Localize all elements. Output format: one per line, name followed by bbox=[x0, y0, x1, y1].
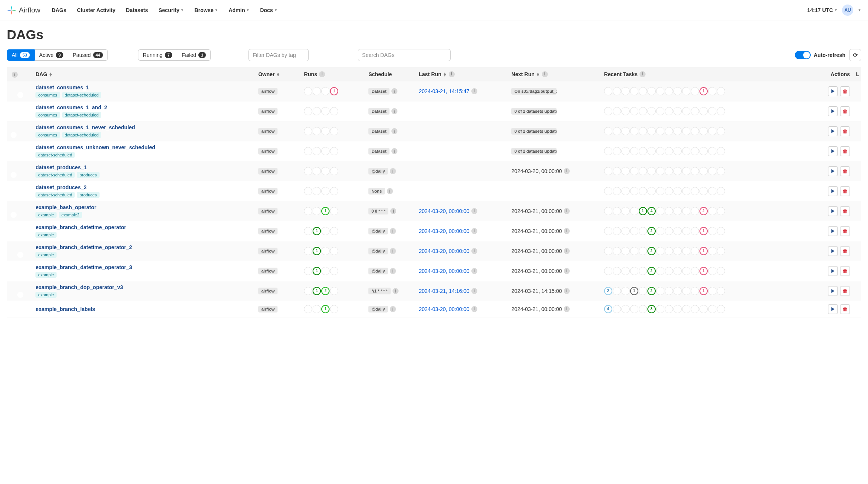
status-circle[interactable] bbox=[647, 187, 656, 195]
last-run-ts[interactable]: 2024-03-21, 14:16:00 bbox=[419, 288, 469, 294]
status-circle[interactable] bbox=[630, 305, 638, 313]
info-icon[interactable]: i bbox=[564, 228, 570, 234]
status-circle[interactable] bbox=[656, 305, 664, 313]
status-circle[interactable]: 3 bbox=[647, 305, 656, 313]
status-circle[interactable] bbox=[691, 87, 699, 95]
clock[interactable]: 14:17 UTC ▼ bbox=[807, 7, 837, 13]
search-input[interactable] bbox=[358, 49, 451, 61]
status-circle[interactable] bbox=[613, 107, 621, 115]
status-circle[interactable] bbox=[621, 107, 630, 115]
dag-link[interactable]: dataset_produces_2 bbox=[35, 184, 86, 190]
status-circle[interactable] bbox=[717, 147, 725, 155]
status-circle[interactable] bbox=[621, 187, 630, 195]
status-circle[interactable] bbox=[673, 87, 682, 95]
tag[interactable]: example bbox=[35, 272, 57, 278]
info-icon[interactable]: i bbox=[390, 306, 396, 312]
status-circle[interactable] bbox=[313, 187, 321, 195]
delete-button[interactable]: 🗑 bbox=[840, 304, 850, 314]
status-circle[interactable] bbox=[691, 107, 699, 115]
dag-link[interactable]: example_branch_datetime_operator_2 bbox=[35, 244, 132, 250]
status-circle[interactable] bbox=[673, 287, 682, 295]
info-icon[interactable]: i bbox=[12, 72, 18, 78]
status-circle[interactable] bbox=[691, 207, 699, 215]
trigger-button[interactable] bbox=[828, 126, 838, 136]
delete-button[interactable]: 🗑 bbox=[840, 126, 850, 136]
info-icon[interactable]: i bbox=[564, 268, 570, 274]
status-circle[interactable] bbox=[304, 287, 312, 295]
delete-button[interactable]: 🗑 bbox=[840, 206, 850, 216]
last-run-ts[interactable]: 2024-03-20, 00:00:00 bbox=[419, 228, 469, 234]
status-circle[interactable] bbox=[682, 267, 690, 275]
status-circle[interactable] bbox=[656, 247, 664, 255]
status-circle[interactable] bbox=[304, 107, 312, 115]
status-circle[interactable] bbox=[621, 87, 630, 95]
status-circle[interactable] bbox=[682, 287, 690, 295]
owner-badge[interactable]: airflow bbox=[258, 188, 278, 195]
info-icon[interactable]: i bbox=[471, 248, 477, 254]
status-circle[interactable] bbox=[673, 167, 682, 175]
status-circle[interactable] bbox=[321, 167, 330, 175]
status-circle[interactable] bbox=[708, 227, 716, 235]
status-circle[interactable] bbox=[665, 207, 673, 215]
status-circle[interactable] bbox=[656, 167, 664, 175]
status-circle[interactable] bbox=[621, 147, 630, 155]
status-circle[interactable] bbox=[330, 305, 338, 313]
info-icon[interactable]: i bbox=[564, 248, 570, 254]
trigger-button[interactable] bbox=[828, 286, 838, 296]
status-circle[interactable] bbox=[717, 227, 725, 235]
status-circle[interactable] bbox=[304, 305, 312, 313]
status-circle[interactable] bbox=[665, 187, 673, 195]
brand[interactable]: Airflow bbox=[7, 5, 40, 15]
status-circle[interactable] bbox=[304, 127, 312, 135]
info-icon[interactable]: i bbox=[471, 288, 477, 294]
delete-button[interactable]: 🗑 bbox=[840, 246, 850, 256]
schedule-badge[interactable]: None bbox=[368, 188, 385, 195]
status-circle[interactable] bbox=[639, 107, 647, 115]
info-icon[interactable]: i bbox=[471, 268, 477, 274]
status-circle[interactable]: 1 bbox=[699, 247, 708, 255]
dag-link[interactable]: example_branch_datetime_operator_3 bbox=[35, 264, 132, 270]
schedule-badge[interactable]: Dataset bbox=[368, 148, 390, 155]
status-circle[interactable] bbox=[321, 247, 330, 255]
status-circle[interactable] bbox=[699, 305, 708, 313]
next-run-badge[interactable]: 0 of 2 datasets updated bbox=[511, 128, 557, 135]
status-circle[interactable] bbox=[699, 107, 708, 115]
info-icon[interactable]: i bbox=[471, 228, 477, 234]
owner-badge[interactable]: airflow bbox=[258, 268, 278, 274]
info-icon[interactable]: i bbox=[391, 88, 397, 94]
status-circle[interactable] bbox=[665, 167, 673, 175]
status-circle[interactable] bbox=[330, 227, 338, 235]
status-circle[interactable] bbox=[682, 207, 690, 215]
schedule-badge[interactable]: @daily bbox=[368, 248, 388, 254]
status-circle[interactable]: 2 bbox=[604, 287, 612, 295]
status-circle[interactable] bbox=[621, 305, 630, 313]
delete-button[interactable]: 🗑 bbox=[840, 106, 850, 116]
status-circle[interactable] bbox=[604, 267, 612, 275]
status-circle[interactable] bbox=[673, 107, 682, 115]
col-dag[interactable]: DAG▲▼ bbox=[32, 67, 255, 81]
chevron-down-icon[interactable]: ▼ bbox=[858, 8, 861, 12]
status-circle[interactable] bbox=[330, 127, 338, 135]
schedule-badge[interactable]: */1 * * * * bbox=[368, 288, 391, 294]
status-circle[interactable] bbox=[691, 305, 699, 313]
delete-button[interactable]: 🗑 bbox=[840, 286, 850, 296]
status-circle[interactable] bbox=[682, 127, 690, 135]
schedule-badge[interactable]: 0 0 * * * bbox=[368, 208, 388, 214]
status-circle[interactable] bbox=[613, 207, 621, 215]
status-circle[interactable] bbox=[656, 147, 664, 155]
delete-button[interactable]: 🗑 bbox=[840, 226, 850, 236]
dag-link[interactable]: example_bash_operator bbox=[35, 204, 96, 210]
trigger-button[interactable] bbox=[828, 226, 838, 236]
status-circle[interactable] bbox=[321, 227, 330, 235]
status-circle[interactable] bbox=[717, 127, 725, 135]
status-circle[interactable] bbox=[604, 207, 612, 215]
status-circle[interactable] bbox=[691, 127, 699, 135]
dag-link[interactable]: dataset_consumes_1_never_scheduled bbox=[35, 124, 135, 130]
status-circle[interactable] bbox=[639, 287, 647, 295]
dag-link[interactable]: example_branch_datetime_operator bbox=[35, 224, 126, 230]
status-circle[interactable] bbox=[621, 207, 630, 215]
status-circle[interactable] bbox=[613, 287, 621, 295]
status-circle[interactable] bbox=[330, 147, 338, 155]
status-circle[interactable] bbox=[313, 207, 321, 215]
status-circle[interactable] bbox=[639, 147, 647, 155]
